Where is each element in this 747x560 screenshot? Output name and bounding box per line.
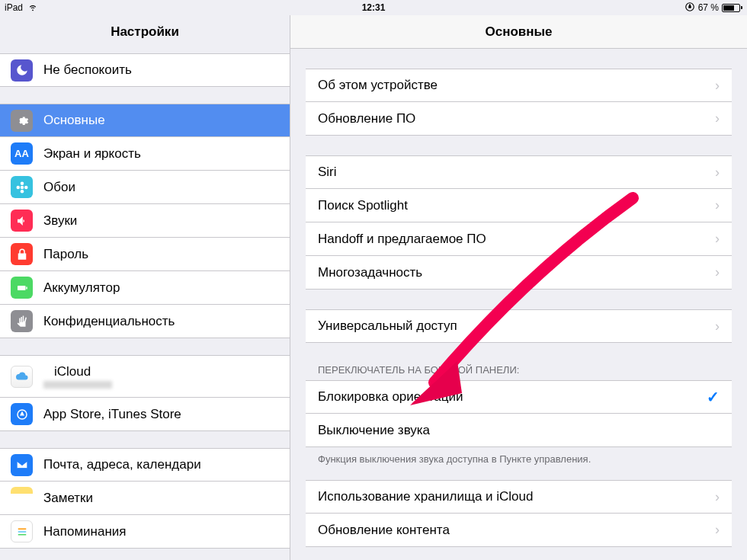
row-label: Универсальный доступ <box>318 318 715 334</box>
sidebar-item-passcode[interactable]: Пароль <box>0 238 290 271</box>
battery-icon <box>722 4 742 12</box>
moon-icon <box>11 59 33 82</box>
sidebar-item-label: Заметки <box>43 491 93 506</box>
status-bar: iPad 12:31 67 % <box>0 0 747 15</box>
sidebar-item-label: Экран и яркость <box>43 146 141 162</box>
sidebar-item-label: App Store, iTunes Store <box>43 407 181 422</box>
row-about[interactable]: Об этом устройстве › <box>306 69 732 102</box>
row-label: Поиск Spotlight <box>318 198 715 213</box>
row-multitasking[interactable]: Многозадачность › <box>306 256 732 290</box>
svg-rect-7 <box>26 286 27 289</box>
sidebar-item-display[interactable]: AA Экран и яркость <box>0 137 290 171</box>
svg-point-4 <box>16 185 20 189</box>
sidebar-title: Настройки <box>0 15 290 49</box>
row-label: Блокировка ориентации <box>318 389 707 405</box>
chevron-right-icon: › <box>715 165 720 181</box>
svg-rect-10 <box>18 531 26 533</box>
cloud-icon <box>11 366 33 388</box>
chevron-right-icon: › <box>715 489 720 505</box>
sidebar-item-icloud[interactable]: iCloud <box>0 355 290 398</box>
status-time: 12:31 <box>362 2 386 13</box>
content-title: Основные <box>290 15 747 49</box>
svg-point-2 <box>20 181 24 185</box>
reminders-icon <box>11 520 33 542</box>
sidebar: Настройки Не беспокоить Основные AA Экра… <box>0 15 290 560</box>
sidebar-item-label: Напоминания <box>43 524 127 539</box>
row-mute[interactable]: Выключение звука <box>306 414 732 447</box>
sidebar-item-label: Аккумулятор <box>43 280 120 296</box>
sidebar-item-battery[interactable]: Аккумулятор <box>0 271 290 305</box>
svg-rect-9 <box>18 528 26 530</box>
sidebar-item-general[interactable]: Основные <box>0 104 290 137</box>
chevron-right-icon: › <box>715 197 720 213</box>
speaker-icon <box>11 210 33 232</box>
battery-icon <box>11 277 33 299</box>
side-switch-header: Переключатель на боковой панели: <box>306 360 732 380</box>
row-software-update[interactable]: Обновление ПО › <box>306 102 732 136</box>
svg-point-1 <box>20 185 24 189</box>
row-label: Выключение звука <box>318 423 720 438</box>
row-label: Siri <box>318 165 715 180</box>
orientation-lock-icon <box>684 2 695 14</box>
sidebar-item-wallpaper[interactable]: Обои <box>0 171 290 204</box>
row-label: Handoff и предлагаемое ПО <box>318 232 715 247</box>
chevron-right-icon: › <box>715 318 720 334</box>
svg-point-3 <box>20 190 24 194</box>
svg-rect-11 <box>18 534 26 536</box>
side-switch-footer: Функция выключения звука доступна в Пунк… <box>306 447 732 471</box>
content-pane: Основные Об этом устройстве › Обновление… <box>290 15 747 560</box>
row-accessibility[interactable]: Универсальный доступ › <box>306 309 732 343</box>
sidebar-item-label: Конфиденциальность <box>43 314 175 329</box>
sidebar-item-label: Основные <box>43 113 105 128</box>
svg-rect-6 <box>18 286 26 290</box>
sidebar-item-sounds[interactable]: Звуки <box>0 204 290 238</box>
sidebar-item-privacy[interactable]: Конфиденциальность <box>0 305 290 338</box>
chevron-right-icon: › <box>715 231 720 247</box>
hand-icon <box>11 310 33 332</box>
icloud-account-blur <box>43 381 112 389</box>
appstore-icon <box>11 403 33 425</box>
gear-icon <box>11 110 33 132</box>
battery-percentage: 67 % <box>698 2 719 13</box>
checkmark-icon: ✓ <box>707 388 720 406</box>
wifi-icon <box>27 2 38 14</box>
device-label: iPad <box>5 2 23 13</box>
row-label: Об этом устройстве <box>318 78 715 93</box>
sidebar-item-label: iCloud <box>54 364 112 379</box>
row-spotlight[interactable]: Поиск Spotlight › <box>306 189 732 222</box>
sidebar-item-label: Не беспокоить <box>43 62 132 78</box>
row-siri[interactable]: Siri › <box>306 155 732 189</box>
mail-icon <box>11 454 33 476</box>
chevron-right-icon: › <box>715 522 720 538</box>
lock-icon <box>11 243 33 265</box>
flower-icon <box>11 176 33 198</box>
row-lock-rotation[interactable]: Блокировка ориентации ✓ <box>306 380 732 414</box>
sidebar-item-notes[interactable]: Заметки <box>0 482 290 515</box>
row-background-refresh[interactable]: Обновление контента › <box>306 514 732 547</box>
sidebar-item-appstore[interactable]: App Store, iTunes Store <box>0 398 290 431</box>
row-label: Обновление контента <box>318 523 715 538</box>
row-handoff[interactable]: Handoff и предлагаемое ПО › <box>306 222 732 256</box>
sidebar-item-reminders[interactable]: Напоминания <box>0 515 290 549</box>
sidebar-item-label: Обои <box>43 180 75 195</box>
row-label: Обновление ПО <box>318 111 715 126</box>
svg-point-5 <box>24 185 28 189</box>
sidebar-item-label: Звуки <box>43 213 77 229</box>
sidebar-item-label: Почта, адреса, календари <box>43 457 201 472</box>
sidebar-item-do-not-disturb[interactable]: Не беспокоить <box>0 53 290 87</box>
aa-icon: AA <box>11 142 33 165</box>
row-label: Использование хранилища и iCloud <box>318 489 715 504</box>
notes-icon <box>11 487 33 509</box>
chevron-right-icon: › <box>715 78 720 94</box>
sidebar-item-label: Пароль <box>43 247 88 262</box>
chevron-right-icon: › <box>715 110 720 126</box>
chevron-right-icon: › <box>715 264 720 280</box>
sidebar-item-mail[interactable]: Почта, адреса, календари <box>0 448 290 482</box>
row-storage[interactable]: Использование хранилища и iCloud › <box>306 480 732 514</box>
row-label: Многозадачность <box>318 265 715 280</box>
